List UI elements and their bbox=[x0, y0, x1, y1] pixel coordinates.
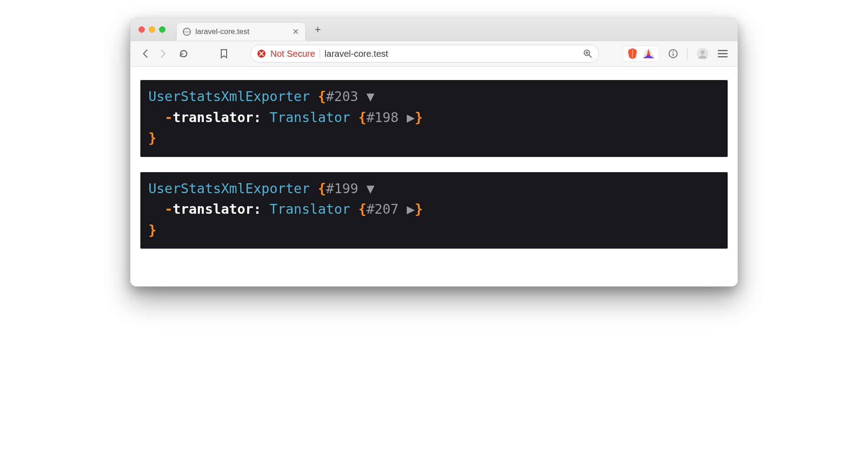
tab-title: laravel-core.test bbox=[195, 27, 249, 36]
close-tab-icon[interactable]: ✕ bbox=[292, 28, 299, 36]
dump-property-name: translator bbox=[173, 201, 253, 217]
browser-toolbar: Not Secure laravel-core.test bbox=[131, 41, 737, 67]
var-dump-block[interactable]: UserStatsXmlExporter {#199 ▼ -translator… bbox=[140, 172, 728, 249]
visibility-private-icon: - bbox=[164, 110, 173, 125]
forward-button[interactable] bbox=[158, 49, 168, 58]
new-tab-button[interactable]: + bbox=[310, 23, 325, 36]
separator bbox=[320, 49, 320, 59]
info-icon[interactable] bbox=[668, 49, 678, 59]
address-bar[interactable]: Not Secure laravel-core.test bbox=[250, 45, 599, 63]
caret-down-icon[interactable]: ▼ bbox=[367, 89, 375, 104]
not-secure-icon bbox=[257, 49, 266, 58]
dump-property-name: translator bbox=[173, 110, 253, 125]
maximize-window-button[interactable] bbox=[159, 26, 165, 33]
visibility-private-icon: - bbox=[164, 201, 173, 217]
extensions-group bbox=[623, 46, 659, 62]
var-dump-block[interactable]: UserStatsXmlExporter {#203 ▼ -translator… bbox=[140, 80, 728, 157]
caret-right-icon[interactable]: ▶ bbox=[407, 110, 415, 125]
bookmark-button[interactable] bbox=[219, 49, 229, 59]
profile-avatar-icon[interactable] bbox=[696, 47, 709, 60]
brace-open: { bbox=[358, 110, 367, 125]
brace-open: { bbox=[318, 89, 326, 104]
security-label: Not Secure bbox=[270, 49, 315, 59]
dump-class-name: UserStatsXmlExporter bbox=[148, 89, 310, 104]
browser-tab[interactable]: laravel-core.test ✕ bbox=[176, 22, 306, 41]
dump-property-id: #198 bbox=[367, 110, 399, 125]
dump-property-class: Translator bbox=[270, 110, 350, 125]
svg-line-2 bbox=[589, 55, 591, 57]
svg-point-6 bbox=[673, 51, 674, 53]
url-text: laravel-core.test bbox=[324, 49, 388, 59]
svg-point-9 bbox=[701, 51, 705, 55]
window-controls bbox=[139, 26, 165, 33]
toolbar-right bbox=[623, 46, 728, 62]
bat-icon[interactable] bbox=[643, 49, 654, 59]
menu-icon[interactable] bbox=[718, 50, 728, 58]
brace-close: } bbox=[148, 130, 156, 146]
browser-window: laravel-core.test ✕ + Not Secure laravel… bbox=[130, 18, 738, 287]
dump-property-id: #207 bbox=[367, 201, 399, 217]
dump-class-name: UserStatsXmlExporter bbox=[148, 181, 310, 196]
page-viewport: UserStatsXmlExporter {#203 ▼ -translator… bbox=[131, 67, 737, 286]
brace-close: } bbox=[415, 110, 423, 125]
minimize-window-button[interactable] bbox=[149, 26, 155, 33]
caret-right-icon[interactable]: ▶ bbox=[407, 201, 415, 217]
dump-object-id: #199 bbox=[326, 181, 358, 196]
zoom-icon[interactable] bbox=[583, 49, 592, 58]
dump-property-class: Translator bbox=[270, 201, 350, 217]
close-window-button[interactable] bbox=[139, 26, 145, 33]
tab-strip: laravel-core.test ✕ + bbox=[131, 18, 737, 41]
brave-shield-icon[interactable] bbox=[628, 48, 637, 59]
dump-object-id: #203 bbox=[326, 89, 358, 104]
separator bbox=[687, 48, 687, 59]
back-button[interactable] bbox=[140, 49, 150, 58]
reload-button[interactable] bbox=[179, 49, 189, 59]
svg-rect-7 bbox=[673, 53, 674, 56]
globe-icon bbox=[183, 28, 191, 36]
brace-open: { bbox=[358, 201, 367, 217]
caret-down-icon[interactable]: ▼ bbox=[367, 181, 375, 196]
brace-close: } bbox=[415, 201, 423, 217]
brace-open: { bbox=[318, 181, 326, 196]
brace-close: } bbox=[148, 222, 156, 238]
